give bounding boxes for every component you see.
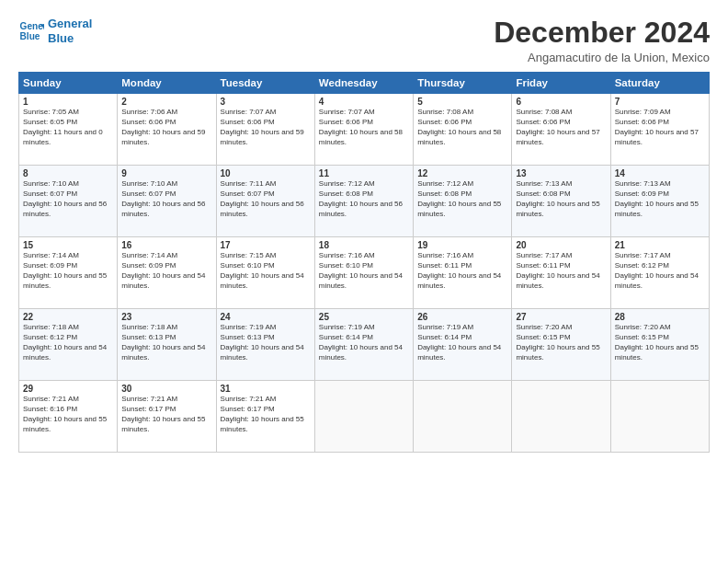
table-row: 7Sunrise: 7:09 AMSunset: 6:06 PMDaylight… <box>610 94 709 166</box>
day-number: 26 <box>417 312 507 322</box>
table-row: 11Sunrise: 7:12 AMSunset: 6:08 PMDayligh… <box>314 166 413 237</box>
table-row <box>314 381 413 453</box>
table-row: 24Sunrise: 7:19 AMSunset: 6:13 PMDayligh… <box>216 309 314 381</box>
table-row: 6Sunrise: 7:08 AMSunset: 6:06 PMDaylight… <box>512 94 610 166</box>
table-row: 9Sunrise: 7:10 AMSunset: 6:07 PMDaylight… <box>118 166 216 237</box>
day-number: 15 <box>23 240 113 250</box>
calendar-row: 29Sunrise: 7:21 AMSunset: 6:16 PMDayligh… <box>19 381 710 453</box>
day-number: 30 <box>121 384 211 394</box>
day-number: 12 <box>417 168 507 178</box>
cell-info: Sunrise: 7:07 AMSunset: 6:06 PMDaylight:… <box>319 108 409 147</box>
svg-text:General: General <box>20 21 44 31</box>
table-row: 10Sunrise: 7:11 AMSunset: 6:07 PMDayligh… <box>216 166 314 237</box>
table-row: 25Sunrise: 7:19 AMSunset: 6:14 PMDayligh… <box>314 309 413 381</box>
table-row: 29Sunrise: 7:21 AMSunset: 6:16 PMDayligh… <box>19 381 118 453</box>
day-number: 13 <box>516 168 606 178</box>
day-number: 16 <box>121 240 211 250</box>
calendar-row: 15Sunrise: 7:14 AMSunset: 6:09 PMDayligh… <box>19 237 710 309</box>
cell-info: Sunrise: 7:12 AMSunset: 6:08 PMDaylight:… <box>417 179 507 219</box>
cell-info: Sunrise: 7:06 AMSunset: 6:06 PMDaylight:… <box>121 108 211 147</box>
table-row: 31Sunrise: 7:21 AMSunset: 6:17 PMDayligh… <box>216 381 314 453</box>
day-number: 31 <box>221 384 311 394</box>
cell-info: Sunrise: 7:16 AMSunset: 6:10 PMDaylight:… <box>319 251 409 291</box>
table-row: 17Sunrise: 7:15 AMSunset: 6:10 PMDayligh… <box>216 237 314 309</box>
table-row: 23Sunrise: 7:18 AMSunset: 6:13 PMDayligh… <box>118 309 216 381</box>
day-number: 3 <box>221 97 311 107</box>
cell-info: Sunrise: 7:11 AMSunset: 6:07 PMDaylight:… <box>221 179 311 219</box>
table-row: 19Sunrise: 7:16 AMSunset: 6:11 PMDayligh… <box>414 237 512 309</box>
title-block: December 2024 Angamacutiro de la Union, … <box>494 17 710 64</box>
table-row: 1Sunrise: 7:05 AMSunset: 6:05 PMDaylight… <box>19 94 118 166</box>
cell-info: Sunrise: 7:07 AMSunset: 6:06 PMDaylight:… <box>221 108 311 147</box>
cell-info: Sunrise: 7:12 AMSunset: 6:08 PMDaylight:… <box>319 179 409 219</box>
table-row <box>414 381 512 453</box>
table-row: 21Sunrise: 7:17 AMSunset: 6:12 PMDayligh… <box>610 237 709 309</box>
cell-info: Sunrise: 7:20 AMSunset: 6:15 PMDaylight:… <box>516 323 606 362</box>
day-number: 11 <box>319 168 409 178</box>
cell-info: Sunrise: 7:20 AMSunset: 6:15 PMDaylight:… <box>615 323 705 362</box>
logo-blue: Blue <box>48 31 74 45</box>
cell-info: Sunrise: 7:14 AMSunset: 6:09 PMDaylight:… <box>121 251 211 291</box>
table-row: 22Sunrise: 7:18 AMSunset: 6:12 PMDayligh… <box>19 309 118 381</box>
cell-info: Sunrise: 7:08 AMSunset: 6:06 PMDaylight:… <box>417 108 507 147</box>
table-row: 20Sunrise: 7:17 AMSunset: 6:11 PMDayligh… <box>512 237 610 309</box>
table-row: 30Sunrise: 7:21 AMSunset: 6:17 PMDayligh… <box>118 381 216 453</box>
cell-info: Sunrise: 7:17 AMSunset: 6:11 PMDaylight:… <box>516 251 606 291</box>
cell-info: Sunrise: 7:18 AMSunset: 6:13 PMDaylight:… <box>121 323 211 362</box>
cell-info: Sunrise: 7:21 AMSunset: 6:16 PMDaylight:… <box>23 395 113 434</box>
calendar-row: 8Sunrise: 7:10 AMSunset: 6:07 PMDaylight… <box>19 166 710 237</box>
day-number: 8 <box>23 168 113 178</box>
day-number: 27 <box>516 312 606 322</box>
day-number: 28 <box>615 312 705 322</box>
cell-info: Sunrise: 7:10 AMSunset: 6:07 PMDaylight:… <box>121 179 211 219</box>
day-number: 17 <box>221 240 311 250</box>
day-number: 19 <box>417 240 507 250</box>
table-row: 16Sunrise: 7:14 AMSunset: 6:09 PMDayligh… <box>118 237 216 309</box>
cell-info: Sunrise: 7:05 AMSunset: 6:05 PMDaylight:… <box>23 108 113 147</box>
col-wednesday: Wednesday <box>314 73 413 94</box>
cell-info: Sunrise: 7:13 AMSunset: 6:09 PMDaylight:… <box>615 179 705 219</box>
logo-general: General <box>48 17 92 30</box>
table-row: 5Sunrise: 7:08 AMSunset: 6:06 PMDaylight… <box>414 94 512 166</box>
cell-info: Sunrise: 7:14 AMSunset: 6:09 PMDaylight:… <box>23 251 113 291</box>
day-number: 9 <box>121 168 211 178</box>
col-monday: Monday <box>118 73 216 94</box>
day-number: 2 <box>121 97 211 107</box>
calendar-table: Sunday Monday Tuesday Wednesday Thursday… <box>18 72 710 453</box>
cell-info: Sunrise: 7:21 AMSunset: 6:17 PMDaylight:… <box>221 395 311 434</box>
logo-icon: General Blue <box>18 18 44 44</box>
logo: General Blue General Blue <box>18 17 92 45</box>
day-number: 20 <box>516 240 606 250</box>
table-row: 12Sunrise: 7:12 AMSunset: 6:08 PMDayligh… <box>414 166 512 237</box>
cell-info: Sunrise: 7:09 AMSunset: 6:06 PMDaylight:… <box>615 108 705 147</box>
cell-info: Sunrise: 7:19 AMSunset: 6:14 PMDaylight:… <box>319 323 409 362</box>
day-number: 6 <box>516 97 606 107</box>
day-number: 21 <box>615 240 705 250</box>
header: General Blue General Blue December 2024 … <box>18 17 710 64</box>
cell-info: Sunrise: 7:19 AMSunset: 6:13 PMDaylight:… <box>221 323 311 362</box>
table-row: 2Sunrise: 7:06 AMSunset: 6:06 PMDaylight… <box>118 94 216 166</box>
cell-info: Sunrise: 7:19 AMSunset: 6:14 PMDaylight:… <box>417 323 507 362</box>
table-row: 15Sunrise: 7:14 AMSunset: 6:09 PMDayligh… <box>19 237 118 309</box>
day-number: 5 <box>417 97 507 107</box>
cell-info: Sunrise: 7:16 AMSunset: 6:11 PMDaylight:… <box>417 251 507 291</box>
table-row: 28Sunrise: 7:20 AMSunset: 6:15 PMDayligh… <box>610 309 709 381</box>
table-row: 14Sunrise: 7:13 AMSunset: 6:09 PMDayligh… <box>610 166 709 237</box>
day-number: 4 <box>319 97 409 107</box>
table-row: 27Sunrise: 7:20 AMSunset: 6:15 PMDayligh… <box>512 309 610 381</box>
logo-text: General Blue <box>48 17 92 45</box>
cell-info: Sunrise: 7:21 AMSunset: 6:17 PMDaylight:… <box>121 395 211 434</box>
col-friday: Friday <box>512 73 610 94</box>
day-number: 10 <box>221 168 311 178</box>
cell-info: Sunrise: 7:18 AMSunset: 6:12 PMDaylight:… <box>23 323 113 362</box>
table-row: 4Sunrise: 7:07 AMSunset: 6:06 PMDaylight… <box>314 94 413 166</box>
day-number: 23 <box>121 312 211 322</box>
day-number: 25 <box>319 312 409 322</box>
table-row <box>610 381 709 453</box>
header-row: Sunday Monday Tuesday Wednesday Thursday… <box>19 73 710 94</box>
day-number: 22 <box>23 312 113 322</box>
table-row: 26Sunrise: 7:19 AMSunset: 6:14 PMDayligh… <box>414 309 512 381</box>
day-number: 18 <box>319 240 409 250</box>
day-number: 1 <box>23 97 113 107</box>
col-sunday: Sunday <box>19 73 118 94</box>
